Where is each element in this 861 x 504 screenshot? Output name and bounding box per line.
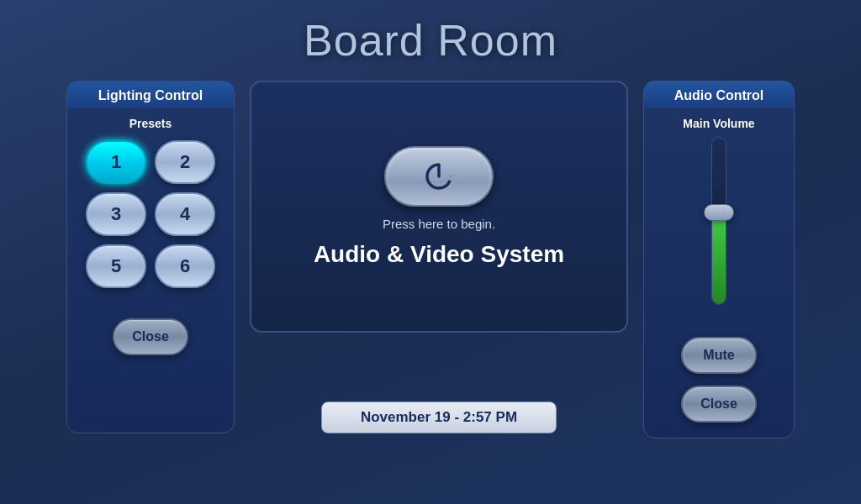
volume-fill	[712, 213, 726, 304]
volume-label: Main Volume	[683, 117, 754, 130]
datetime-display: November 19 - 2:57 PM	[321, 402, 557, 433]
page-title: Board Room	[304, 15, 557, 66]
main-row: Lighting Control Presets 1 2 3 4 5 6 Clo…	[0, 81, 861, 438]
power-button[interactable]	[384, 146, 494, 207]
preset-btn-6[interactable]: 6	[155, 244, 215, 288]
preset-btn-1[interactable]: 1	[86, 140, 146, 184]
presets-grid: 1 2 3 4 5 6	[72, 135, 229, 293]
audio-header: Audio Control	[644, 81, 794, 108]
mute-button[interactable]: Mute	[681, 337, 757, 374]
av-system-label: Audio & Video System	[314, 241, 564, 268]
preset-btn-5[interactable]: 5	[86, 244, 146, 288]
audio-close-button[interactable]: Close	[681, 386, 757, 423]
lighting-close-button[interactable]: Close	[113, 318, 188, 355]
lighting-header: Lighting Control	[67, 81, 234, 108]
volume-slider-wrap[interactable]	[698, 137, 740, 322]
preset-btn-3[interactable]: 3	[86, 192, 146, 236]
press-to-begin-text: Press here to begin.	[383, 217, 495, 231]
audio-panel: Audio Control Main Volume Mute Close	[643, 81, 795, 438]
volume-thumb[interactable]	[704, 204, 734, 221]
volume-track	[711, 137, 726, 305]
center-panel: Press here to begin. Audio & Video Syste…	[250, 81, 628, 433]
preset-btn-4[interactable]: 4	[155, 192, 215, 236]
av-box: Press here to begin. Audio & Video Syste…	[250, 81, 628, 333]
lighting-subheader: Presets	[129, 117, 172, 130]
preset-btn-2[interactable]: 2	[155, 140, 215, 184]
lighting-panel: Lighting Control Presets 1 2 3 4 5 6 Clo…	[66, 81, 235, 433]
power-icon	[420, 158, 457, 195]
